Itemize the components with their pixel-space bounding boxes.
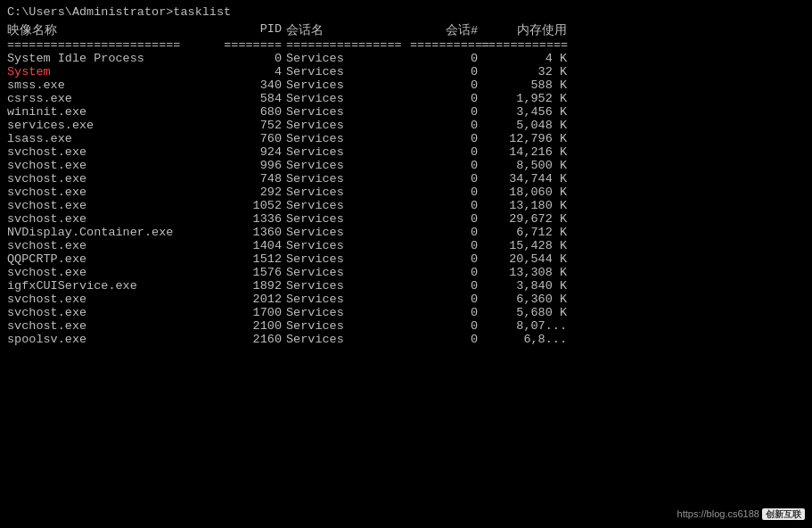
process-name: svchost.exe bbox=[7, 319, 221, 333]
process-mem: 6,712 K bbox=[481, 226, 570, 239]
table-row: NVDisplay.Container.exe1360Services06,71… bbox=[7, 226, 805, 239]
table-row: svchost.exe1052Services013,180 K bbox=[7, 199, 805, 212]
process-name: svchost.exe bbox=[7, 239, 221, 252]
tasklist-table: 映像名称 PID 会话名 会话# 内存使用 ==================… bbox=[7, 22, 805, 346]
process-session-num: 0 bbox=[410, 159, 481, 172]
table-row: svchost.exe292Services018,060 K bbox=[7, 186, 805, 199]
process-session-name: Services bbox=[285, 239, 410, 252]
process-session-num: 0 bbox=[410, 226, 481, 239]
watermark: https://blog.cs6188 创新互联 bbox=[677, 508, 805, 521]
table-row: QQPCRTP.exe1512Services020,544 K bbox=[7, 252, 805, 266]
process-session-num: 0 bbox=[410, 172, 481, 186]
process-session-name: Services bbox=[285, 252, 410, 266]
process-name: svchost.exe bbox=[7, 199, 221, 212]
process-name: lsass.exe bbox=[7, 132, 221, 145]
process-session-name: Services bbox=[285, 226, 410, 239]
process-mem: 29,672 K bbox=[481, 212, 570, 226]
process-session-num: 0 bbox=[410, 306, 481, 319]
process-mem: 18,060 K bbox=[481, 186, 570, 199]
process-mem: 8,500 K bbox=[481, 159, 570, 172]
process-mem: 6,360 K bbox=[481, 293, 570, 306]
process-session-name: Services bbox=[285, 199, 410, 212]
process-mem: 34,744 K bbox=[481, 172, 570, 186]
process-session-num: 0 bbox=[410, 132, 481, 145]
sep-sname: ================ bbox=[285, 38, 410, 52]
process-pid: 752 bbox=[221, 119, 285, 132]
command-prompt: C:\Users\Administrator>tasklist bbox=[7, 5, 805, 19]
table-row: igfxCUIService.exe1892Services03,840 K bbox=[7, 279, 805, 293]
process-pid: 0 bbox=[221, 52, 285, 65]
header-session-name: 会话名 bbox=[285, 22, 410, 38]
process-session-name: Services bbox=[285, 92, 410, 105]
process-session-num: 0 bbox=[410, 266, 481, 279]
table-row: smss.exe340Services0588 K bbox=[7, 78, 805, 92]
process-mem: 1,952 K bbox=[481, 92, 570, 105]
table-row: svchost.exe996Services08,500 K bbox=[7, 159, 805, 172]
process-name: System bbox=[7, 65, 221, 78]
sep-mem: ============ bbox=[481, 38, 570, 52]
process-session-name: Services bbox=[285, 333, 410, 346]
process-mem: 14,216 K bbox=[481, 145, 570, 159]
process-name: QQPCRTP.exe bbox=[7, 252, 221, 266]
process-mem: 32 K bbox=[481, 65, 570, 78]
process-name: smss.exe bbox=[7, 78, 221, 92]
process-pid: 292 bbox=[221, 186, 285, 199]
process-session-num: 0 bbox=[410, 319, 481, 333]
process-session-num: 0 bbox=[410, 186, 481, 199]
watermark-url: https://blog.cs6188 bbox=[677, 508, 759, 519]
header-mem: 内存使用 bbox=[481, 22, 570, 38]
process-session-name: Services bbox=[285, 306, 410, 319]
process-session-name: Services bbox=[285, 279, 410, 293]
process-pid: 924 bbox=[221, 145, 285, 159]
process-name: svchost.exe bbox=[7, 186, 221, 199]
process-pid: 1512 bbox=[221, 252, 285, 266]
process-pid: 2100 bbox=[221, 319, 285, 333]
process-pid: 1360 bbox=[221, 226, 285, 239]
process-pid: 1052 bbox=[221, 199, 285, 212]
process-name: svchost.exe bbox=[7, 172, 221, 186]
process-mem: 4 K bbox=[481, 52, 570, 65]
process-mem: 15,428 K bbox=[481, 239, 570, 252]
process-pid: 1336 bbox=[221, 212, 285, 226]
table-row: svchost.exe2100Services08,07... bbox=[7, 319, 805, 333]
process-session-num: 0 bbox=[410, 239, 481, 252]
process-mem: 8,07... bbox=[481, 319, 570, 333]
process-session-name: Services bbox=[285, 266, 410, 279]
process-name: igfxCUIService.exe bbox=[7, 279, 221, 293]
process-session-name: Services bbox=[285, 52, 410, 65]
process-name: System Idle Process bbox=[7, 52, 221, 65]
table-row: wininit.exe680Services03,456 K bbox=[7, 105, 805, 119]
process-pid: 680 bbox=[221, 105, 285, 119]
process-name: csrss.exe bbox=[7, 92, 221, 105]
process-pid: 1892 bbox=[221, 279, 285, 293]
process-session-name: Services bbox=[285, 132, 410, 145]
process-name: svchost.exe bbox=[7, 145, 221, 159]
separator-row: ======================== ======== ======… bbox=[7, 38, 805, 52]
process-name: services.exe bbox=[7, 119, 221, 132]
process-session-num: 0 bbox=[410, 293, 481, 306]
process-session-name: Services bbox=[285, 172, 410, 186]
process-pid: 4 bbox=[221, 65, 285, 78]
process-pid: 1700 bbox=[221, 306, 285, 319]
process-name: spoolsv.exe bbox=[7, 333, 221, 346]
table-row: System Idle Process0Services04 K bbox=[7, 52, 805, 65]
process-session-name: Services bbox=[285, 65, 410, 78]
process-mem: 3,456 K bbox=[481, 105, 570, 119]
terminal-window: C:\Users\Administrator>tasklist 映像名称 PID… bbox=[0, 0, 812, 528]
header-session-num: 会话# bbox=[410, 22, 481, 38]
table-row: services.exe752Services05,048 K bbox=[7, 119, 805, 132]
process-session-num: 0 bbox=[410, 252, 481, 266]
process-session-num: 0 bbox=[410, 145, 481, 159]
process-session-num: 0 bbox=[410, 279, 481, 293]
process-name: svchost.exe bbox=[7, 266, 221, 279]
table-row: svchost.exe1576Services013,308 K bbox=[7, 266, 805, 279]
process-mem: 20,544 K bbox=[481, 252, 570, 266]
process-session-name: Services bbox=[285, 212, 410, 226]
sep-pid: ======== bbox=[221, 38, 285, 52]
process-session-num: 0 bbox=[410, 119, 481, 132]
table-body: System Idle Process0Services04 KSystem4S… bbox=[7, 52, 805, 346]
process-pid: 2012 bbox=[221, 293, 285, 306]
process-mem: 5,680 K bbox=[481, 306, 570, 319]
process-mem: 3,840 K bbox=[481, 279, 570, 293]
process-session-name: Services bbox=[285, 145, 410, 159]
